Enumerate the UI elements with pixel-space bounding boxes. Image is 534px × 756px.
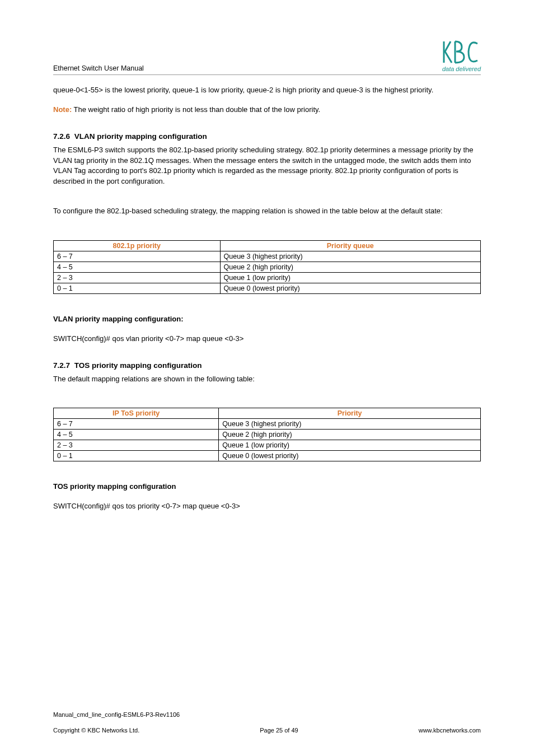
note-text: The weight ratio of high priority is not… [72, 105, 320, 114]
section-726-p1: The ESML6-P3 switch supports the 802.1p-… [53, 145, 481, 187]
section-727-heading: 7.2.7 TOS priority mapping configuration [53, 361, 481, 370]
table-8021p-priority: 802.1p priority Priority queue 6 – 7 Que… [53, 240, 481, 294]
table-header: Priority queue [220, 240, 481, 251]
logo-tagline: data delivered [442, 66, 481, 72]
tos-config-heading: TOS priority mapping configuration [53, 482, 481, 492]
table-row: 4 – 5 Queue 2 (high priority) [54, 430, 481, 440]
page-header: Ethernet Switch User Manual data deliver… [53, 40, 481, 75]
tos-config-command: SWITCH(config)# qos tos priority <0-7> m… [53, 501, 481, 512]
table-row: 6 – 7 Queue 3 (highest priority) [54, 251, 481, 262]
table-header: 802.1p priority [54, 240, 221, 251]
page-footer: Manual_cmd_line_config-ESML6-P3-Rev1106 … [53, 711, 481, 734]
note-paragraph: Note: The weight ratio of high priority … [53, 105, 481, 115]
section-number: 7.2.7 [53, 361, 70, 370]
section-726-p2: To configure the 802.1p-based scheduling… [53, 206, 481, 217]
note-label: Note: [53, 105, 72, 114]
vlan-config-heading: VLAN priority mapping configuration: [53, 314, 481, 325]
table-row: 2 – 3 Queue 1 (low priority) [54, 272, 481, 283]
table-row: 0 – 1 Queue 0 (lowest priority) [54, 451, 481, 461]
section-727-p1: The default mapping relations are shown … [53, 374, 481, 385]
footer-revision: Manual_cmd_line_config-ESML6-P3-Rev1106 [53, 711, 481, 718]
table-header: IP ToS priority [54, 408, 219, 419]
intro-paragraph: queue-0<1-55> is the lowest priority, qu… [53, 85, 481, 96]
footer-copyright: Copyright © KBC Networks Ltd. [53, 727, 139, 734]
section-title: VLAN priority mapping configuration [74, 132, 207, 141]
section-number: 7.2.6 [53, 132, 70, 141]
header-title: Ethernet Switch User Manual [53, 64, 144, 72]
vlan-config-command: SWITCH(config)# qos vlan priority <0-7> … [53, 334, 481, 344]
table-row: 2 – 3 Queue 1 (low priority) [54, 440, 481, 451]
table-row: 0 – 1 Queue 0 (lowest priority) [54, 283, 481, 293]
table-ip-tos-priority: IP ToS priority Priority 6 – 7 Queue 3 (… [53, 408, 481, 461]
table-row: 6 – 7 Queue 3 (highest priority) [54, 419, 481, 430]
section-title: TOS priority mapping configuration [74, 361, 202, 370]
logo: data delivered [442, 40, 481, 72]
footer-page-number: Page 25 of 49 [260, 727, 298, 734]
footer-url: www.kbcnetworks.com [419, 727, 481, 734]
table-row: 4 – 5 Queue 2 (high priority) [54, 262, 481, 272]
kbc-logo-icon [442, 40, 481, 65]
table-header: Priority [219, 408, 481, 419]
section-726-heading: 7.2.6 VLAN priority mapping configuratio… [53, 132, 481, 141]
